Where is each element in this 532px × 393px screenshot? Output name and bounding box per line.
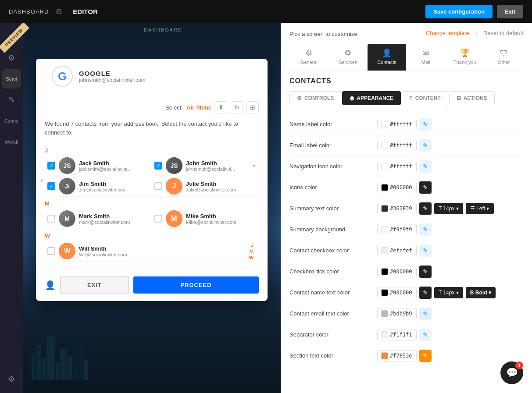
dashboard-label: DASHBOARD <box>9 8 49 15</box>
chat-bubble[interactable]: 💬 1 <box>500 361 523 384</box>
tab-general[interactable]: ⚙ General <box>289 44 328 71</box>
content-icon: T <box>409 95 412 101</box>
separator-color-swatch[interactable]: #f1f1f1 <box>377 329 417 340</box>
nav-icon-color-swatch[interactable]: #ffffff <box>377 161 417 172</box>
change-template-link[interactable]: Change template <box>426 30 469 38</box>
name-label-color-value: #ffffff ✎ <box>377 118 523 131</box>
subtab-appearance[interactable]: ◉ APPEARANCE <box>342 91 401 105</box>
email-label-color-pencil[interactable]: ✎ <box>419 139 432 152</box>
contact-name-bold[interactable]: B Bold ▾ <box>466 287 496 298</box>
sidebar-item-workflow[interactable]: Workfl <box>2 132 21 152</box>
contact-mike-smith[interactable]: M Mike Smith Mike@socialinviter.com <box>152 209 259 229</box>
contact-email-text-color-pencil[interactable]: ✎ <box>419 308 432 320</box>
contact-john-smith[interactable]: JS John Smith johnsmith@socialinvi... ▼ <box>152 156 259 176</box>
modal-back-button[interactable]: ‹ <box>40 175 43 184</box>
icons-color-swatch[interactable]: #000000 <box>377 182 417 193</box>
contact-checkbox-color-swatch[interactable]: #efefef <box>377 245 417 256</box>
contact-name-text-color-swatch[interactable]: #000000 <box>377 287 417 298</box>
summary-background-swatch[interactable]: #f9f9f9 <box>377 224 417 235</box>
jack-checkbox[interactable] <box>47 162 55 170</box>
checkbox-tick-color-box <box>381 268 388 275</box>
john-checkbox[interactable] <box>154 162 162 170</box>
download-icon[interactable]: ⬇ <box>215 101 227 113</box>
modal-select-row: Select: All None ⬇ ↻ ⊞ <box>45 101 259 113</box>
prop-name-label-color: Name label color #ffffff ✎ <box>289 114 523 135</box>
modal-exit-button[interactable]: EXIT <box>60 276 129 294</box>
will-name: Will Smith <box>79 245 256 252</box>
name-label-color-box <box>381 121 388 128</box>
tab-mail[interactable]: ✉ Mail <box>406 44 445 71</box>
sidebar-item-settings2[interactable]: ⚙ <box>2 369 21 389</box>
summary-background-pencil[interactable]: ✎ <box>419 223 432 236</box>
contact-mark-smith[interactable]: M Mark Smith mark@socialinviter.com <box>45 209 152 229</box>
subtab-actions[interactable]: ⊞ ACTIONS <box>449 91 495 105</box>
contact-jim-smith[interactable]: Ji Jim Smith Jim@socialinviter.com <box>45 176 152 196</box>
contact-will-smith[interactable]: W Will Smith Will@socialinviter.com <box>45 241 259 261</box>
jim-checkbox[interactable] <box>47 182 55 190</box>
separator-color-label: Separator color <box>289 331 377 338</box>
subtab-controls[interactable]: ⚙ CONTROLS <box>289 91 341 105</box>
summary-text-color-pencil[interactable]: ✎ <box>419 202 432 215</box>
icons-color-pencil[interactable]: ✎ <box>419 181 432 194</box>
contact-checkbox-color-text: #efefef <box>390 248 412 254</box>
name-label-color-pencil[interactable]: ✎ <box>419 118 432 131</box>
section-text-color-swatch[interactable]: #f7853e <box>377 350 417 361</box>
separator-color-value: #f1f1f1 ✎ <box>377 329 523 341</box>
tab-contacts[interactable]: 👤 Contacts <box>368 44 407 71</box>
nav-icon-color-label: Navigation icon color <box>289 163 377 170</box>
subtab-content[interactable]: T CONTENT <box>402 91 448 105</box>
mike-checkbox[interactable] <box>154 215 162 223</box>
john-dropdown[interactable]: ▼ <box>252 163 256 168</box>
separator-color-pencil[interactable]: ✎ <box>419 329 432 341</box>
summary-text-color-value: #362839 ✎ T 14px ▾ ☰ Left ▾ <box>377 202 523 215</box>
modal-proceed-button[interactable]: PROCEED <box>133 276 259 294</box>
jim-name: Jim Smith <box>79 181 149 187</box>
prop-separator-color: Separator color #f1f1f1 ✎ <box>289 324 523 345</box>
will-checkbox[interactable] <box>47 247 55 255</box>
tab-other[interactable]: 🛡 Other <box>484 44 523 71</box>
separator-color-box <box>381 331 388 338</box>
sidebar-item-connect[interactable]: Conne <box>2 111 21 131</box>
nav-icon-color-pencil[interactable]: ✎ <box>419 160 432 173</box>
tab-thankyou[interactable]: 🏆 Thank you <box>445 44 484 71</box>
section-text-color-pencil[interactable]: ✎ <box>419 350 432 362</box>
contact-jack-smith[interactable]: JS Jack Smith jacksmith@socialinvite... <box>45 156 152 176</box>
tab-services[interactable]: ♻ Services <box>328 44 368 71</box>
contact-name-text-color-pencil[interactable]: ✎ <box>419 287 432 299</box>
prop-nav-icon-color: Navigation icon color #ffffff ✎ <box>289 156 523 177</box>
save-configuration-button[interactable]: Save configuration <box>425 5 493 18</box>
modal-overlay: ‹ G GOOGLE johnsmith@socialinviter.com S… <box>23 46 281 393</box>
sidebar-item-edit[interactable]: ✎ <box>2 90 21 110</box>
template-links: Change template | Reset to default <box>426 30 523 38</box>
summary-background-box <box>381 226 388 233</box>
summary-text-align[interactable]: ☰ Left ▾ <box>466 203 494 214</box>
mark-checkbox[interactable] <box>47 215 55 223</box>
checkbox-tick-color-swatch[interactable]: #000000 <box>377 266 417 277</box>
summary-text-color-swatch[interactable]: #362839 <box>377 203 417 214</box>
reset-default-link[interactable]: Reset to default <box>483 30 523 38</box>
m-label: M <box>250 249 254 254</box>
pick-screen-row: Pick a screen to customize: Change templ… <box>289 30 523 38</box>
select-none-link[interactable]: None <box>197 104 212 111</box>
checkbox-tick-color-pencil[interactable]: ✎ <box>419 266 432 278</box>
summary-text-font-size[interactable]: T 14px ▾ <box>434 203 463 214</box>
select-all-link[interactable]: All <box>186 104 194 111</box>
julie-checkbox[interactable] <box>154 182 162 190</box>
modal-body: Select: All None ⬇ ↻ ⊞ We found 7 contac… <box>36 94 268 269</box>
screen-tabs: ⚙ General ♻ Services 👤 Contacts ✉ Mail 🏆… <box>289 44 523 71</box>
name-label-color-swatch[interactable]: #ffffff <box>377 119 417 130</box>
user-footer-icon: 👤 <box>45 280 56 290</box>
grid-icon[interactable]: ⊞ <box>246 101 259 113</box>
contact-julie-smith[interactable]: J Julie Smith Julie@socialinviter.com <box>152 176 259 196</box>
exit-button[interactable]: Exit <box>497 5 523 18</box>
sidebar-item-services[interactable]: Servi <box>2 69 21 89</box>
contact-email-text-color-swatch[interactable]: #bdb9b9 <box>377 308 417 319</box>
google-icon: G <box>58 70 67 83</box>
contact-name-font-size[interactable]: T 14px ▾ <box>434 287 463 298</box>
modal-header-text: GOOGLE johnsmith@socialinviter.com <box>79 70 146 83</box>
modal-google-email: johnsmith@socialinviter.com <box>79 77 146 83</box>
actions-label: ACTIONS <box>464 95 487 101</box>
refresh-icon[interactable]: ↻ <box>231 101 243 113</box>
contact-checkbox-color-pencil[interactable]: ✎ <box>419 244 432 257</box>
email-label-color-swatch[interactable]: #ffffff <box>377 140 417 151</box>
